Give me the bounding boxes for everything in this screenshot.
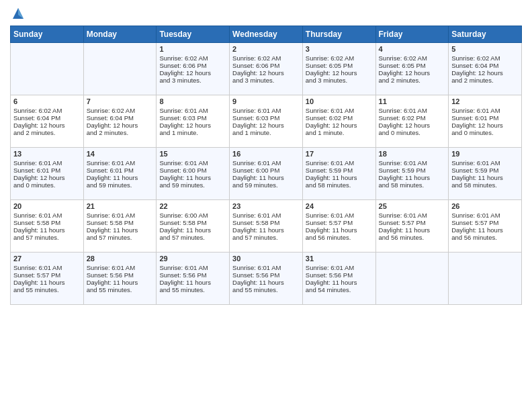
cell-info-line: Sunset: 6:00 PM xyxy=(159,167,226,174)
cell-info-line: Daylight: 11 hours xyxy=(306,174,373,181)
weekday-header-sunday: Sunday xyxy=(11,26,84,43)
cell-info-line: and 59 minutes. xyxy=(232,181,300,189)
cell-info-line: Sunrise: 6:01 AM xyxy=(451,159,519,167)
day-number: 10 xyxy=(306,97,373,105)
weekday-header-tuesday: Tuesday xyxy=(157,26,230,43)
day-number: 11 xyxy=(379,97,446,105)
day-number: 5 xyxy=(451,45,519,53)
day-number: 21 xyxy=(87,202,154,210)
calendar-cell xyxy=(449,253,522,305)
day-number: 12 xyxy=(451,97,519,105)
cell-info-line: Sunrise: 6:01 AM xyxy=(87,212,154,219)
cell-info-line: and 55 minutes. xyxy=(13,286,81,293)
weekday-header-wednesday: Wednesday xyxy=(230,26,303,43)
calendar-cell: 30Sunrise: 6:01 AMSunset: 5:56 PMDayligh… xyxy=(230,253,303,305)
cell-info-line: and 3 minutes. xyxy=(306,77,373,84)
cell-info-line: Sunrise: 6:01 AM xyxy=(232,264,300,271)
cell-info-line: Sunrise: 6:01 AM xyxy=(87,264,154,271)
cell-info-line: Sunrise: 6:01 AM xyxy=(306,212,373,219)
cell-info-line: Sunset: 5:56 PM xyxy=(159,271,226,279)
cell-info-line: Daylight: 11 hours xyxy=(13,226,81,234)
cell-info-line: Sunset: 6:05 PM xyxy=(306,62,373,69)
calendar-cell: 18Sunrise: 6:01 AMSunset: 5:59 PMDayligh… xyxy=(375,148,449,200)
cell-info-line: Daylight: 12 hours xyxy=(159,122,226,129)
cell-info-line: Sunset: 6:01 PM xyxy=(13,167,81,174)
day-number: 24 xyxy=(306,202,373,210)
cell-info-line: and 54 minutes. xyxy=(306,286,373,293)
cell-info-line: Sunset: 5:57 PM xyxy=(306,219,373,226)
cell-info-line: Daylight: 11 hours xyxy=(306,226,373,234)
cell-info-line: Sunrise: 6:01 AM xyxy=(87,159,154,167)
cell-info-line: Sunrise: 6:01 AM xyxy=(159,107,226,114)
calendar-cell: 5Sunrise: 6:02 AMSunset: 6:04 PMDaylight… xyxy=(449,43,522,95)
cell-info-line: Sunset: 5:58 PM xyxy=(13,219,81,226)
cell-info-line: and 57 minutes. xyxy=(232,234,300,241)
cell-info-line: and 59 minutes. xyxy=(87,181,154,189)
calendar-cell: 7Sunrise: 6:02 AMSunset: 6:04 PMDaylight… xyxy=(83,95,157,148)
cell-info-line: Sunset: 5:56 PM xyxy=(306,271,373,279)
cell-info-line: and 2 minutes. xyxy=(87,129,154,136)
cell-info-line: and 56 minutes. xyxy=(306,234,373,241)
calendar-cell: 1Sunrise: 6:02 AMSunset: 6:06 PMDaylight… xyxy=(157,43,230,95)
cell-info-line: Sunrise: 6:02 AM xyxy=(87,107,154,114)
cell-info-line: Sunset: 5:57 PM xyxy=(379,219,446,226)
calendar-cell: 15Sunrise: 6:01 AMSunset: 6:00 PMDayligh… xyxy=(157,148,230,200)
cell-info-line: Daylight: 11 hours xyxy=(87,174,154,181)
cell-info-line: Sunrise: 6:01 AM xyxy=(379,107,446,114)
day-number: 8 xyxy=(159,97,226,105)
day-number: 31 xyxy=(306,255,373,263)
cell-info-line: and 57 minutes. xyxy=(87,234,154,241)
day-number: 18 xyxy=(379,150,446,158)
cell-info-line: Sunset: 5:59 PM xyxy=(451,167,519,174)
cell-info-line: Daylight: 11 hours xyxy=(159,174,226,181)
cell-info-line: Daylight: 11 hours xyxy=(232,279,300,286)
day-number: 28 xyxy=(87,255,154,263)
calendar-cell: 2Sunrise: 6:02 AMSunset: 6:06 PMDaylight… xyxy=(230,43,303,95)
calendar-cell xyxy=(375,253,449,305)
cell-info-line: Sunset: 5:57 PM xyxy=(451,219,519,226)
cell-info-line: Sunrise: 6:02 AM xyxy=(232,54,300,62)
cell-info-line: Sunrise: 6:01 AM xyxy=(379,212,446,219)
header xyxy=(10,7,522,20)
calendar-cell: 28Sunrise: 6:01 AMSunset: 5:56 PMDayligh… xyxy=(83,253,157,305)
week-row-2: 6Sunrise: 6:02 AMSunset: 6:04 PMDaylight… xyxy=(11,95,522,148)
day-number: 9 xyxy=(232,97,300,105)
cell-info-line: Sunset: 5:59 PM xyxy=(306,167,373,174)
week-row-4: 20Sunrise: 6:01 AMSunset: 5:58 PMDayligh… xyxy=(11,200,522,253)
cell-info-line: Sunset: 6:06 PM xyxy=(232,62,300,69)
cell-info-line: and 56 minutes. xyxy=(451,234,519,241)
calendar-cell: 21Sunrise: 6:01 AMSunset: 5:58 PMDayligh… xyxy=(83,200,157,253)
cell-info-line: Daylight: 11 hours xyxy=(159,226,226,234)
week-row-1: 1Sunrise: 6:02 AMSunset: 6:06 PMDaylight… xyxy=(11,43,522,95)
cell-info-line: Sunset: 6:03 PM xyxy=(232,114,300,122)
cell-info-line: Daylight: 11 hours xyxy=(379,174,446,181)
day-number: 15 xyxy=(159,150,226,158)
cell-info-line: Daylight: 11 hours xyxy=(232,226,300,234)
calendar-cell: 11Sunrise: 6:01 AMSunset: 6:02 PMDayligh… xyxy=(375,95,449,148)
calendar-cell: 31Sunrise: 6:01 AMSunset: 5:56 PMDayligh… xyxy=(302,253,375,305)
day-number: 6 xyxy=(13,97,81,105)
calendar-cell: 10Sunrise: 6:01 AMSunset: 6:02 PMDayligh… xyxy=(302,95,375,148)
cell-info-line: and 55 minutes. xyxy=(87,286,154,293)
cell-info-line: Sunrise: 6:01 AM xyxy=(232,107,300,114)
day-number: 23 xyxy=(232,202,300,210)
calendar-cell: 6Sunrise: 6:02 AMSunset: 6:04 PMDaylight… xyxy=(11,95,84,148)
cell-info-line: Daylight: 12 hours xyxy=(379,69,446,77)
cell-info-line: Sunset: 6:00 PM xyxy=(232,167,300,174)
calendar-cell: 8Sunrise: 6:01 AMSunset: 6:03 PMDaylight… xyxy=(157,95,230,148)
week-row-3: 13Sunrise: 6:01 AMSunset: 6:01 PMDayligh… xyxy=(11,148,522,200)
cell-info-line: Daylight: 11 hours xyxy=(451,226,519,234)
day-number: 17 xyxy=(306,150,373,158)
calendar-cell: 19Sunrise: 6:01 AMSunset: 5:59 PMDayligh… xyxy=(449,148,522,200)
calendar-cell: 27Sunrise: 6:01 AMSunset: 5:57 PMDayligh… xyxy=(11,253,84,305)
cell-info-line: Sunrise: 6:02 AM xyxy=(306,54,373,62)
calendar-cell: 14Sunrise: 6:01 AMSunset: 6:01 PMDayligh… xyxy=(83,148,157,200)
cell-info-line: Sunrise: 6:01 AM xyxy=(451,107,519,114)
calendar-cell: 9Sunrise: 6:01 AMSunset: 6:03 PMDaylight… xyxy=(230,95,303,148)
cell-info-line: and 58 minutes. xyxy=(451,181,519,189)
calendar-cell: 24Sunrise: 6:01 AMSunset: 5:57 PMDayligh… xyxy=(302,200,375,253)
calendar-cell: 25Sunrise: 6:01 AMSunset: 5:57 PMDayligh… xyxy=(375,200,449,253)
cell-info-line: and 1 minute. xyxy=(306,129,373,136)
cell-info-line: Daylight: 12 hours xyxy=(306,122,373,129)
cell-info-line: and 57 minutes. xyxy=(159,234,226,241)
